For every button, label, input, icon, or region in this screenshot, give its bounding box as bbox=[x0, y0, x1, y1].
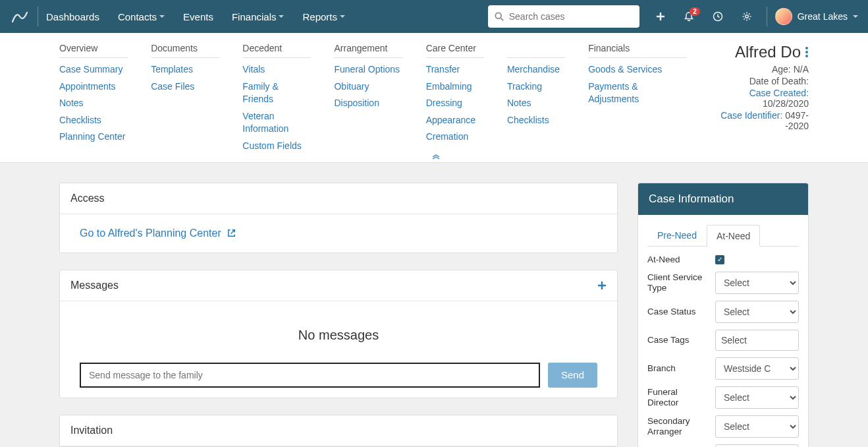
case-header-info: Alfred Do Age: N/A Date of Death: Case C… bbox=[710, 43, 809, 157]
link-appearance[interactable]: Appearance bbox=[426, 114, 484, 127]
message-compose-row: Send bbox=[73, 363, 604, 398]
funeral-director-select[interactable]: Select bbox=[715, 386, 799, 409]
case-age-row: Age: N/A bbox=[710, 64, 809, 74]
nav-events[interactable]: Events bbox=[183, 11, 213, 22]
secondary-arranger-select[interactable]: Select bbox=[715, 415, 799, 438]
plus-icon bbox=[597, 281, 607, 290]
send-button[interactable]: Send bbox=[548, 363, 597, 388]
link-checklists-cc[interactable]: Checklists bbox=[507, 114, 565, 127]
link-notes-cc[interactable]: Notes bbox=[507, 97, 565, 110]
link-planning-center[interactable]: Planning Center bbox=[59, 131, 128, 144]
nav-dashboards[interactable]: Dashboards bbox=[46, 11, 99, 22]
messages-panel: Messages No messages Send bbox=[59, 270, 618, 398]
subnav-heading bbox=[507, 43, 565, 58]
at-need-checkbox[interactable]: ✓ bbox=[715, 255, 724, 264]
app-logo-icon[interactable] bbox=[10, 7, 30, 26]
link-embalming[interactable]: Embalming bbox=[426, 80, 484, 94]
user-name-label: Great Lakes bbox=[798, 11, 848, 22]
nav-action-icons: 2 bbox=[656, 11, 752, 22]
message-input[interactable] bbox=[80, 363, 540, 388]
subnav-col-arrangement: Arrangement Funeral Options Obituary Dis… bbox=[334, 43, 402, 157]
add-message-button[interactable] bbox=[597, 281, 607, 290]
branch-select[interactable]: Westside C bbox=[715, 357, 799, 380]
subnav-col-financials: Financials Goods & Services Payments & A… bbox=[588, 43, 687, 157]
link-payments-adjustments[interactable]: Payments & Adjustments bbox=[588, 80, 687, 106]
chevron-down-icon bbox=[159, 15, 165, 18]
link-transfer[interactable]: Transfer bbox=[426, 63, 484, 76]
field-dodatni-user: Dodatni User Select bbox=[647, 444, 799, 447]
user-menu[interactable]: Great Lakes bbox=[775, 8, 858, 25]
collapse-subnav-button[interactable] bbox=[432, 154, 440, 160]
subnav-heading: Overview bbox=[59, 43, 128, 58]
case-dod-row: Date of Death: bbox=[710, 76, 809, 86]
chevron-down-icon bbox=[340, 15, 345, 18]
gear-icon bbox=[742, 11, 752, 22]
invitation-panel: Invitation bbox=[59, 415, 618, 447]
svg-point-0 bbox=[495, 13, 501, 18]
primary-nav-links: Dashboards Contacts Events Financials Re… bbox=[46, 11, 345, 22]
case-identifier-row: Case Identifier: 0497--2020 bbox=[710, 110, 809, 131]
link-appointments[interactable]: Appointments bbox=[59, 80, 128, 94]
main-area: Access Go to Alfred's Planning Center Me… bbox=[0, 163, 868, 447]
settings-button[interactable] bbox=[742, 11, 752, 22]
link-merchandise[interactable]: Merchandise bbox=[507, 63, 565, 76]
double-chevron-up-icon bbox=[432, 154, 440, 160]
add-button[interactable] bbox=[656, 12, 665, 21]
case-status-select[interactable]: Select bbox=[715, 301, 799, 323]
dodatni-user-select[interactable]: Select bbox=[715, 444, 799, 447]
subnav-heading: Documents bbox=[151, 43, 219, 58]
link-family-friends[interactable]: Family & Friends bbox=[242, 80, 311, 106]
link-case-summary[interactable]: Case Summary bbox=[59, 63, 128, 76]
tab-pre-need[interactable]: Pre-Need bbox=[647, 224, 707, 246]
invitation-panel-heading: Invitation bbox=[60, 415, 617, 446]
link-templates[interactable]: Templates bbox=[151, 63, 219, 76]
external-link-icon bbox=[227, 228, 236, 238]
subnav-col-decedent: Decedent Vitals Family & Friends Veteran… bbox=[242, 43, 311, 157]
link-custom-fields[interactable]: Custom Fields bbox=[242, 140, 311, 153]
field-branch: Branch Westside C bbox=[647, 357, 799, 380]
subnav-heading: Care Center bbox=[426, 43, 484, 58]
messages-panel-heading: Messages bbox=[60, 270, 617, 301]
no-messages-text: No messages bbox=[73, 314, 604, 363]
case-tags-input[interactable]: Select bbox=[715, 330, 799, 351]
top-nav: Dashboards Contacts Events Financials Re… bbox=[0, 0, 868, 33]
subnav-heading: Arrangement bbox=[334, 43, 402, 58]
svg-line-1 bbox=[501, 18, 503, 21]
field-funeral-director: Funeral Director Select bbox=[647, 386, 799, 409]
tab-at-need[interactable]: At-Need bbox=[707, 225, 760, 247]
link-disposition[interactable]: Disposition bbox=[334, 97, 402, 110]
link-case-files[interactable]: Case Files bbox=[151, 80, 219, 94]
nav-financials[interactable]: Financials bbox=[232, 11, 285, 22]
field-at-need: At-Need ✓ bbox=[647, 254, 799, 265]
link-funeral-options[interactable]: Funeral Options bbox=[334, 63, 402, 76]
link-notes[interactable]: Notes bbox=[59, 97, 128, 110]
notification-badge: 2 bbox=[690, 7, 700, 16]
sidebar-heading: Case Information bbox=[638, 183, 808, 215]
link-dressing[interactable]: Dressing bbox=[426, 97, 484, 110]
case-subnav: Overview Case Summary Appointments Notes… bbox=[0, 33, 868, 163]
nav-contacts[interactable]: Contacts bbox=[118, 11, 165, 22]
chevron-down-icon bbox=[279, 15, 284, 18]
link-tracking[interactable]: Tracking bbox=[507, 80, 565, 94]
client-service-type-select[interactable]: Select bbox=[715, 272, 799, 294]
planning-center-link[interactable]: Go to Alfred's Planning Center bbox=[80, 227, 236, 239]
svg-point-5 bbox=[805, 51, 808, 53]
link-obituary[interactable]: Obituary bbox=[334, 80, 402, 94]
history-button[interactable] bbox=[713, 11, 723, 22]
subnav-col-care-center-2: Merchandise Tracking Notes Checklists bbox=[507, 43, 565, 157]
more-vertical-icon[interactable] bbox=[805, 46, 809, 58]
nav-reports[interactable]: Reports bbox=[302, 11, 345, 22]
link-goods-services[interactable]: Goods & Services bbox=[588, 63, 687, 76]
avatar bbox=[775, 8, 792, 25]
link-veteran-information[interactable]: Veteran Information bbox=[242, 110, 311, 136]
search-icon bbox=[495, 12, 504, 21]
search-container[interactable] bbox=[488, 5, 639, 28]
link-vitals[interactable]: Vitals bbox=[242, 63, 311, 76]
subnav-col-documents: Documents Templates Case Files bbox=[151, 43, 219, 157]
case-created-row: Case Created: 10/28/2020 bbox=[710, 88, 809, 109]
search-input[interactable] bbox=[509, 11, 633, 22]
link-checklists[interactable]: Checklists bbox=[59, 114, 128, 127]
link-cremation[interactable]: Cremation bbox=[426, 131, 484, 144]
notifications-button[interactable]: 2 bbox=[684, 11, 694, 22]
subnav-col-overview: Overview Case Summary Appointments Notes… bbox=[59, 43, 128, 157]
